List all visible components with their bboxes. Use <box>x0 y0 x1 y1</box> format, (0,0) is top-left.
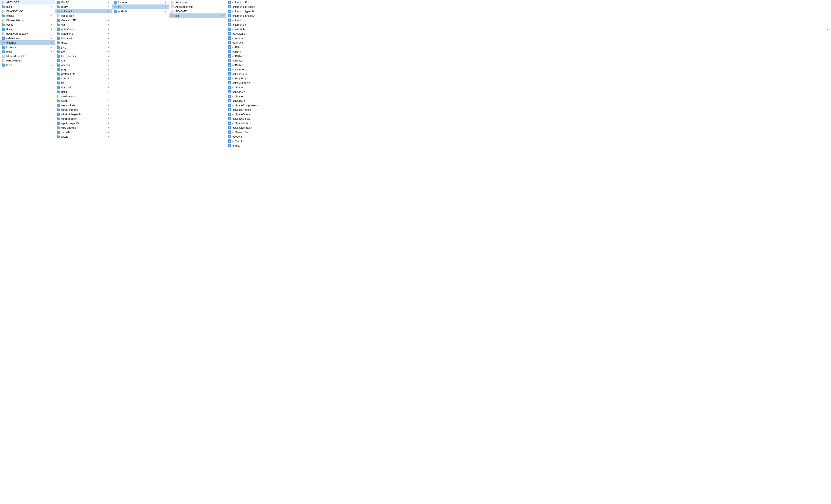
list-item[interactable]: flatbuffers <box>55 31 112 36</box>
list-item[interactable]: CMakeLists.txt <box>0 18 55 22</box>
list-item[interactable]: xxhash <box>55 130 112 135</box>
list-item[interactable]: prebuilt <box>112 9 169 13</box>
list-item[interactable]: chipmunk <box>55 9 112 13</box>
list-item[interactable]: build <box>0 4 55 9</box>
list-item[interactable]: winrt-specific <box>55 116 112 121</box>
folder-icon <box>57 72 60 76</box>
list-item[interactable]: ccpSpatialIndex.h <box>226 125 831 130</box>
list-item[interactable]: cchipmunk_types.h <box>226 9 831 13</box>
list-item[interactable]: version.json <box>55 94 112 98</box>
list-item[interactable]: ccpPolyShape.c <box>226 76 831 81</box>
list-item[interactable]: CHANGELOG <box>0 9 55 13</box>
list-item[interactable]: src <box>169 13 226 18</box>
list-item[interactable]: ConvertUTF <box>55 18 112 22</box>
list-item[interactable]: Application.mk <box>169 4 226 9</box>
list-item[interactable]: ccpHashSet.c <box>226 72 831 76</box>
list-item[interactable]: README.md <box>0 58 55 63</box>
list-item[interactable]: ccpBB.h <box>226 49 831 54</box>
list-item[interactable]: cmake <box>0 13 55 18</box>
list-item[interactable]: ccpArbiter.h <box>226 36 831 40</box>
list-item[interactable]: linux-specific <box>55 54 112 58</box>
list-item[interactable]: ccpBBTree.c <box>226 54 831 58</box>
file-name: Box2D <box>61 1 107 4</box>
list-item[interactable]: licenses <box>0 45 55 49</box>
list-item[interactable]: cchipmunk.c <box>226 18 831 22</box>
list-item[interactable]: sqlite3 <box>55 76 112 81</box>
list-item[interactable]: ccpPolyShape.h <box>226 81 831 85</box>
list-item[interactable]: ccpBB.c <box>226 45 831 49</box>
folder-icon <box>57 99 60 102</box>
list-item[interactable]: jpeg <box>55 45 112 49</box>
list-item[interactable]: wp_8.1-specific <box>55 121 112 125</box>
list-item[interactable]: win32-specific <box>55 108 112 112</box>
c-file-icon: c <box>228 63 231 66</box>
list-item[interactable]: protobuf-lite <box>55 72 112 76</box>
list-item[interactable]: Android.mk <box>169 0 226 4</box>
list-item[interactable]: ccpSpatialIndex.c <box>226 121 831 125</box>
list-item[interactable]: tinyxml2 <box>55 85 112 90</box>
file-name: cpVect.h <box>232 140 829 143</box>
list-item[interactable]: glfw3 <box>55 40 112 45</box>
list-item[interactable]: constraints <box>226 27 831 31</box>
list-item[interactable]: README <box>169 9 226 13</box>
list-item[interactable]: external <box>0 40 55 45</box>
list-item[interactable]: README.cmake <box>0 54 55 58</box>
list-item[interactable]: docs <box>0 27 55 31</box>
folder-icon <box>57 54 60 58</box>
folder-icon <box>57 46 60 49</box>
c-file-icon: c <box>228 36 231 40</box>
list-item[interactable]: include <box>112 0 169 4</box>
list-item[interactable]: ccpShape.h <box>226 90 831 94</box>
list-item[interactable]: xxtea <box>55 135 112 139</box>
list-item[interactable]: ccpSpace.h <box>226 98 831 103</box>
list-item[interactable]: ccpVect.h <box>226 139 831 143</box>
folder-icon <box>57 19 60 22</box>
list-item[interactable]: tools <box>0 63 55 67</box>
list-item[interactable]: cchipmunk_unsafe.h <box>226 13 831 18</box>
list-item[interactable]: jni <box>112 4 169 9</box>
list-item[interactable]: config.json <box>55 13 112 18</box>
list-item[interactable]: download-deps.py <box>0 31 55 36</box>
list-item[interactable]: winrt_8.1-specific <box>55 112 112 116</box>
list-item[interactable]: ccpSpaceHash.c <box>226 108 831 112</box>
list-item[interactable]: ccpSpace.c <box>226 94 831 98</box>
list-item[interactable]: plugin <box>0 49 55 54</box>
list-item[interactable]: websockets <box>55 103 112 108</box>
list-item[interactable]: png <box>55 67 112 72</box>
list-item[interactable]: cchipmunk_ffi.h <box>226 0 831 4</box>
list-item[interactable]: ccpArray.c <box>226 40 831 45</box>
list-item[interactable]: ccpSpaceStep.c <box>226 116 831 121</box>
list-item[interactable]: bugly <box>55 4 112 9</box>
file-icon <box>57 14 60 17</box>
list-item[interactable]: tiff <box>55 81 112 85</box>
list-item[interactable]: ccpCollision.c <box>226 67 831 72</box>
chevron-right-icon <box>107 131 110 134</box>
list-item[interactable]: cchipmunk_private.h <box>226 4 831 9</box>
list-item[interactable]: cprime.h <box>226 143 831 148</box>
list-item[interactable]: ccpSweep1D.c <box>226 130 831 135</box>
list-item[interactable]: edtaa3func <box>55 27 112 31</box>
list-item[interactable]: cchipmunk.h <box>226 22 831 27</box>
list-item[interactable]: curl <box>55 22 112 27</box>
list-item[interactable]: webp <box>55 98 112 103</box>
list-item[interactable]: AUTHORS <box>0 0 55 4</box>
column-5: cchipmunk_ffi.hcchipmunk_private.hcchipm… <box>226 0 831 504</box>
list-item[interactable]: ccpVect.c <box>226 135 831 139</box>
list-item[interactable]: Box2D <box>55 0 112 4</box>
list-item[interactable]: freetype2 <box>55 36 112 40</box>
list-item[interactable]: unzip <box>55 90 112 94</box>
list-item[interactable]: openssl <box>55 63 112 67</box>
list-item[interactable]: ccpBody.h <box>226 63 831 67</box>
list-item[interactable]: extensions <box>0 36 55 40</box>
list-item[interactable]: ccpShape.c <box>226 85 831 90</box>
list-item[interactable]: wp8-specific <box>55 125 112 130</box>
list-item[interactable]: ccpSpaceQuery.c <box>226 112 831 116</box>
list-item[interactable]: ccpArbiter.c <box>226 31 831 36</box>
c-file-icon: c <box>228 50 231 53</box>
list-item[interactable]: cocos <box>0 22 55 27</box>
list-item[interactable]: json <box>55 49 112 54</box>
file-name: cpSpatialIndex.h <box>232 126 829 129</box>
list-item[interactable]: lua <box>55 58 112 63</box>
list-item[interactable]: ccpBody.c <box>226 58 831 63</box>
list-item[interactable]: ccpSpaceComponent.c <box>226 103 831 108</box>
